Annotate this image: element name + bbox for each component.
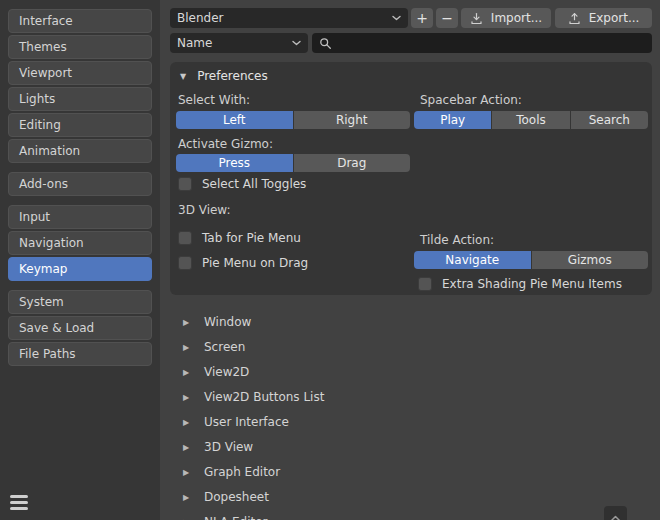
preferences-panel: ▼ Preferences Select With: Left Right Sp… [170,62,652,295]
gizmo-press-option[interactable]: Press [176,154,293,172]
select-with-segment: Left Right [176,111,410,129]
keymap-section-window[interactable]: ▶ Window [170,311,652,333]
select-with-label: Select With: [178,93,250,107]
spacebar-action-segment: Play Tools Search [414,111,648,129]
nav-group-system: System Save & Load File Paths [8,290,152,366]
collapsed-triangle-icon: ▶ [183,393,193,402]
keymap-section-user-interface[interactable]: ▶ User Interface [170,411,652,433]
add-keyconfig-button[interactable]: + [411,8,433,28]
collapsed-triangle-icon: ▶ [183,418,193,427]
spacebar-search-option[interactable]: Search [571,111,648,129]
collapsed-triangle-icon: ▶ [183,343,193,352]
keymap-editor-main: Blender + − Import... Export... Name [160,0,660,520]
extra-shading-row: Extra Shading Pie Menu Items [418,276,622,292]
export-button-label: Export... [589,11,640,25]
collapsed-triangle-icon: ▶ [183,368,193,377]
collapsed-triangle-icon: ▶ [183,493,193,502]
filter-type-value: Name [177,36,212,50]
keymap-section-label: View2D [204,365,249,379]
keymap-section-graph-editor[interactable]: ▶ Graph Editor [170,461,652,483]
chevron-up-icon [610,510,621,520]
select-all-toggles-row: Select All Toggles [178,176,306,192]
keymap-section-view2d[interactable]: ▶ View2D [170,361,652,383]
collapsed-triangle-icon: ▶ [183,318,193,327]
keymap-section-label: 3D View [204,440,253,454]
spacebar-play-option[interactable]: Play [414,111,491,129]
panel-title: Preferences [197,69,268,83]
sidebar-item-animation[interactable]: Animation [8,139,152,163]
collapsed-triangle-icon: ▶ [183,443,193,452]
sidebar-item-themes[interactable]: Themes [8,35,152,59]
keyconfig-select[interactable]: Blender [170,8,408,28]
keymap-section-label: View2D Buttons List [204,390,324,404]
keymap-section-label: Dopesheet [204,490,269,504]
sidebar-item-lights[interactable]: Lights [8,87,152,111]
remove-keyconfig-button[interactable]: − [436,8,458,28]
sidebar-item-file-paths[interactable]: File Paths [8,342,152,366]
export-upload-icon [568,12,581,25]
activate-gizmo-label: Activate Gizmo: [178,137,273,151]
preferences-nav-sidebar: Interface Themes Viewport Lights Editing… [0,0,160,520]
sidebar-item-system[interactable]: System [8,290,152,314]
sidebar-item-editing[interactable]: Editing [8,113,152,137]
search-field[interactable] [312,33,652,53]
preferences-panel-header[interactable]: ▼ Preferences [180,67,268,85]
search-input[interactable] [338,34,645,52]
keymap-section-3d-view[interactable]: ▶ 3D View [170,436,652,458]
select-with-right-option[interactable]: Right [294,111,411,129]
keymap-section-screen[interactable]: ▶ Screen [170,336,652,358]
sidebar-item-interface[interactable]: Interface [8,9,152,33]
filter-type-select[interactable]: Name [170,33,308,53]
keymap-section-label: Graph Editor [204,465,280,479]
search-icon [319,37,332,50]
spacebar-tools-option[interactable]: Tools [492,111,569,129]
tilde-navigate-option[interactable]: Navigate [414,251,531,269]
keyconfig-value: Blender [177,11,224,25]
sidebar-item-keymap[interactable]: Keymap [8,257,152,281]
sidebar-item-addons[interactable]: Add-ons [8,172,152,196]
tilde-gizmos-option[interactable]: Gizmos [532,251,649,269]
export-button[interactable]: Export... [555,8,652,28]
tilde-action-segment: Navigate Gizmos [414,251,648,269]
keymap-section-view2d-buttons[interactable]: ▶ View2D Buttons List [170,386,652,408]
extra-shading-checkbox[interactable] [418,277,432,291]
import-button-label: Import... [491,11,542,25]
pie-menu-on-drag-label: Pie Menu on Drag [202,256,308,270]
pie-menu-on-drag-checkbox[interactable] [178,256,192,270]
collapsed-triangle-icon: ▶ [183,468,193,477]
extra-shading-label: Extra Shading Pie Menu Items [442,277,622,291]
tab-for-pie-menu-label: Tab for Pie Menu [202,231,301,245]
gizmo-drag-option[interactable]: Drag [294,154,411,172]
import-button[interactable]: Import... [461,8,551,28]
import-download-icon [470,12,483,25]
pie-menu-on-drag-row: Pie Menu on Drag [178,255,308,271]
sidebar-item-input[interactable]: Input [8,205,152,229]
keymap-section-nla-editor[interactable]: ▶ NLA Editor [170,511,652,520]
sidebar-item-navigation[interactable]: Navigation [8,231,152,255]
sidebar-item-save-load[interactable]: Save & Load [8,316,152,340]
scroll-up-indicator[interactable] [604,506,627,520]
select-all-toggles-label: Select All Toggles [202,177,306,191]
select-all-toggles-checkbox[interactable] [178,177,192,191]
chevron-down-icon [392,15,401,21]
keymap-section-dopesheet[interactable]: ▶ Dopesheet [170,486,652,508]
menu-icon[interactable] [10,495,28,511]
keymap-section-label: NLA Editor [204,515,267,520]
chevron-down-icon [292,40,301,46]
sidebar-item-viewport[interactable]: Viewport [8,61,152,85]
select-with-left-option[interactable]: Left [176,111,293,129]
keymap-section-label: User Interface [204,415,289,429]
3d-view-label: 3D View: [178,203,231,217]
keymap-section-label: Window [204,315,251,329]
activate-gizmo-segment: Press Drag [176,154,410,172]
nav-group-addons: Add-ons [8,172,152,196]
tab-for-pie-menu-checkbox[interactable] [178,231,192,245]
expand-triangle-icon[interactable]: ▼ [180,72,186,81]
spacebar-action-label: Spacebar Action: [420,93,522,107]
keymap-section-label: Screen [204,340,245,354]
tilde-action-label: Tilde Action: [420,233,494,247]
tab-for-pie-menu-row: Tab for Pie Menu [178,230,301,246]
nav-group-general: Interface Themes Viewport Lights Editing… [8,0,152,163]
nav-group-input: Input Navigation Keymap [8,205,152,281]
